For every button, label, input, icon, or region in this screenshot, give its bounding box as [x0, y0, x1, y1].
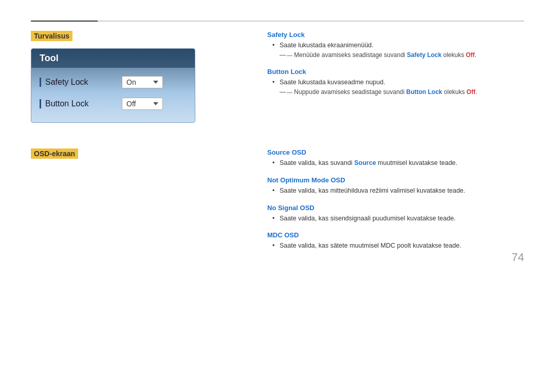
mdc-osd-title: MDC OSD: [267, 231, 524, 239]
safety-lock-bar: [40, 78, 41, 87]
safety-lock-bold: Safety Lock: [407, 51, 441, 59]
safety-lock-info-title: Safety Lock: [267, 31, 524, 39]
button-lock-arrow-icon: [153, 102, 158, 105]
button-lock-info-list: Saate lukustada kuvaseadme nupud. — Nupp…: [267, 78, 524, 97]
no-signal-osd-list: Saate valida, kas sisendsignaali puudumi…: [267, 214, 524, 223]
button-lock-bar: [40, 99, 41, 108]
tool-menu-header: Tool: [31, 49, 195, 68]
turvalisus-left: Turvalisus Tool Safety Lock On: [31, 31, 236, 123]
mdc-osd-info: MDC OSD Saate valida, kas sätete muutmis…: [267, 231, 524, 251]
mdc-osd-item1: Saate valida, kas sätete muutmisel MDC p…: [272, 241, 524, 251]
safety-lock-info-list: Saate lukustada ekraanimenüüd. — Menüüde…: [267, 41, 524, 60]
button-lock-info-title: Button Lock: [267, 68, 524, 76]
section1-title: Turvalisus: [31, 31, 72, 41]
button-lock-info-item1: Saate lukustada kuvaseadme nupud. — Nupp…: [272, 78, 524, 97]
button-lock-info: Button Lock Saate lukustada kuvaseadme n…: [267, 68, 524, 97]
safety-lock-row: Safety Lock On: [40, 76, 187, 88]
mdc-osd-list: Saate valida, kas sätete muutmisel MDC p…: [267, 241, 524, 251]
safety-lock-off: Off: [466, 51, 475, 59]
button-lock-row: Button Lock Off: [40, 98, 187, 110]
not-optimum-osd-list: Saate valida, kas mitteühilduva režiimi …: [267, 186, 524, 196]
osd-left: OSD-ekraan: [31, 148, 236, 259]
source-osd-list: Saate valida, kas suvandi Source muutmis…: [267, 158, 524, 168]
button-lock-info-sub1: — Nuppude avamiseks seadistage suvandi B…: [280, 87, 524, 97]
source-osd-item1: Saate valida, kas suvandi Source muutmis…: [272, 158, 524, 168]
button-lock-bold: Button Lock: [406, 88, 442, 96]
turvalisus-right: Safety Lock Saate lukustada ekraanimenüü…: [236, 31, 524, 123]
safety-lock-info-item1: Saate lukustada ekraanimenüüd. — Menüüde…: [272, 41, 524, 60]
no-signal-osd-info: No Signal OSD Saate valida, kas sisendsi…: [267, 204, 524, 223]
safety-lock-label: Safety Lock: [40, 78, 122, 87]
tool-menu: Tool Safety Lock On: [31, 48, 195, 123]
top-line-light: [31, 21, 524, 22]
button-lock-value: Off: [126, 100, 136, 108]
button-lock-label: Button Lock: [40, 99, 122, 108]
safety-lock-info-text1: Saate lukustada ekraanimenüüd.: [280, 42, 374, 49]
top-line-dark: [31, 21, 98, 22]
safety-lock-dropdown[interactable]: On: [122, 76, 163, 88]
safety-lock-value: On: [126, 78, 136, 86]
no-signal-osd-title: No Signal OSD: [267, 204, 524, 212]
section2-title: OSD-ekraan: [31, 148, 78, 159]
button-lock-info-text1: Saate lukustada kuvaseadme nupud.: [280, 79, 385, 86]
not-optimum-osd-info: Not Optimum Mode OSD Saate valida, kas m…: [267, 176, 524, 196]
button-lock-text: Button Lock: [45, 99, 89, 108]
not-optimum-osd-item1: Saate valida, kas mitteühilduva režiimi …: [272, 186, 524, 196]
safety-lock-info: Safety Lock Saate lukustada ekraanimenüü…: [267, 31, 524, 60]
source-osd-title: Source OSD: [267, 148, 524, 156]
no-signal-osd-item1: Saate valida, kas sisendsignaali puudumi…: [272, 214, 524, 223]
page-number: 74: [512, 251, 524, 264]
button-lock-dropdown[interactable]: Off: [122, 98, 163, 110]
safety-lock-text: Safety Lock: [45, 78, 88, 87]
button-lock-off: Off: [467, 88, 475, 96]
safety-lock-arrow-icon: [153, 81, 158, 84]
osd-right: Source OSD Saate valida, kas suvandi Sou…: [236, 148, 524, 259]
source-osd-info: Source OSD Saate valida, kas suvandi Sou…: [267, 148, 524, 168]
source-bold: Source: [354, 159, 376, 166]
not-optimum-osd-title: Not Optimum Mode OSD: [267, 176, 524, 184]
safety-lock-info-sub1: — Menüüde avamiseks seadistage suvandi S…: [280, 50, 524, 60]
